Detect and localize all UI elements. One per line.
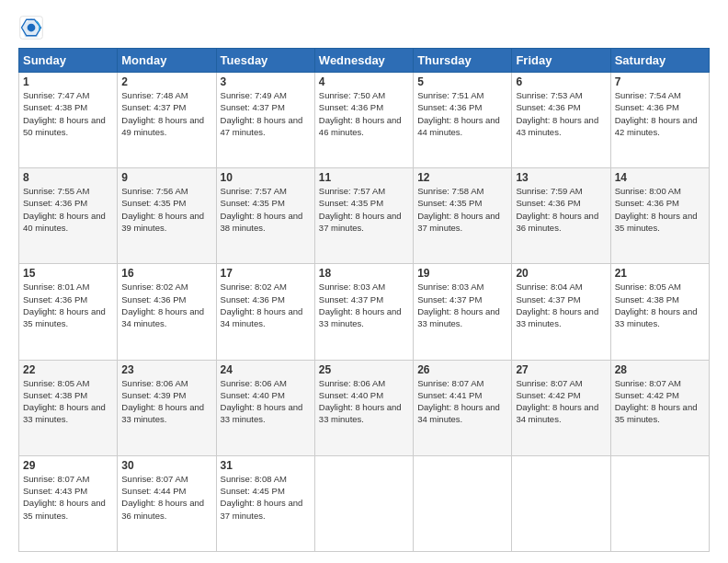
day-number: 28 [615,363,705,376]
day-info: Sunrise: 7:47 AMSunset: 4:38 PMDaylight:… [23,89,113,138]
calendar-cell: 1Sunrise: 7:47 AMSunset: 4:38 PMDaylight… [19,73,118,168]
day-number: 8 [23,171,113,184]
day-info: Sunrise: 8:06 AMSunset: 4:40 PMDaylight:… [319,377,409,426]
day-header-saturday: Saturday [610,49,709,73]
calendar-cell: 4Sunrise: 7:50 AMSunset: 4:36 PMDaylight… [314,73,413,168]
calendar-cell: 11Sunrise: 7:57 AMSunset: 4:35 PMDayligh… [314,168,413,264]
day-info: Sunrise: 8:01 AMSunset: 4:36 PMDaylight:… [23,281,113,329]
calendar-cell: 3Sunrise: 7:49 AMSunset: 4:37 PMDaylight… [216,73,314,168]
calendar-cell: 5Sunrise: 7:51 AMSunset: 4:36 PMDaylight… [414,73,512,168]
calendar-week-2: 8Sunrise: 7:55 AMSunset: 4:36 PMDaylight… [19,168,710,264]
day-header-sunday: Sunday [19,49,118,73]
calendar-cell: 12Sunrise: 7:58 AMSunset: 4:35 PMDayligh… [414,168,512,264]
calendar-cell [512,455,610,551]
calendar-cell: 22Sunrise: 8:05 AMSunset: 4:38 PMDayligh… [19,360,118,455]
calendar-cell [414,455,512,551]
day-number: 24 [221,363,311,376]
day-info: Sunrise: 7:48 AMSunset: 4:37 PMDaylight:… [121,89,211,138]
logo [18,15,48,40]
day-info: Sunrise: 7:50 AMSunset: 4:36 PMDaylight:… [319,89,409,138]
calendar-week-5: 29Sunrise: 8:07 AMSunset: 4:43 PMDayligh… [19,455,710,551]
calendar-cell: 21Sunrise: 8:05 AMSunset: 4:38 PMDayligh… [610,264,709,360]
day-header-wednesday: Wednesday [314,49,413,73]
calendar-cell: 31Sunrise: 8:08 AMSunset: 4:45 PMDayligh… [216,455,314,551]
day-number: 25 [319,363,409,376]
day-number: 5 [417,75,507,88]
day-info: Sunrise: 8:04 AMSunset: 4:37 PMDaylight:… [516,281,606,329]
calendar-cell [610,455,709,551]
day-info: Sunrise: 7:56 AMSunset: 4:35 PMDaylight:… [121,185,211,234]
day-number: 29 [23,459,113,472]
day-info: Sunrise: 7:57 AMSunset: 4:35 PMDaylight:… [221,185,311,234]
calendar-cell: 15Sunrise: 8:01 AMSunset: 4:36 PMDayligh… [19,264,118,360]
calendar-week-3: 15Sunrise: 8:01 AMSunset: 4:36 PMDayligh… [19,264,710,360]
svg-point-3 [28,24,36,32]
calendar-cell: 14Sunrise: 8:00 AMSunset: 4:36 PMDayligh… [610,168,709,264]
calendar-week-4: 22Sunrise: 8:05 AMSunset: 4:38 PMDayligh… [19,360,710,455]
calendar-cell: 29Sunrise: 8:07 AMSunset: 4:43 PMDayligh… [19,455,118,551]
day-info: Sunrise: 8:07 AMSunset: 4:43 PMDaylight:… [23,473,113,522]
calendar-cell: 19Sunrise: 8:03 AMSunset: 4:37 PMDayligh… [414,264,512,360]
day-number: 16 [121,267,211,280]
calendar-cell: 27Sunrise: 8:07 AMSunset: 4:42 PMDayligh… [512,360,610,455]
logo-icon [18,15,44,40]
calendar-cell: 24Sunrise: 8:06 AMSunset: 4:40 PMDayligh… [216,360,314,455]
calendar-cell: 8Sunrise: 7:55 AMSunset: 4:36 PMDaylight… [19,168,118,264]
calendar-cell: 20Sunrise: 8:04 AMSunset: 4:37 PMDayligh… [512,264,610,360]
calendar-cell: 7Sunrise: 7:54 AMSunset: 4:36 PMDaylight… [610,73,709,168]
calendar-cell [314,455,413,551]
calendar-cell: 16Sunrise: 8:02 AMSunset: 4:36 PMDayligh… [118,264,216,360]
calendar-cell: 30Sunrise: 8:07 AMSunset: 4:44 PMDayligh… [118,455,216,551]
calendar-cell: 6Sunrise: 7:53 AMSunset: 4:36 PMDaylight… [512,73,610,168]
day-info: Sunrise: 7:57 AMSunset: 4:35 PMDaylight:… [319,185,409,234]
day-number: 19 [417,267,507,280]
day-number: 11 [319,171,409,184]
day-info: Sunrise: 8:02 AMSunset: 4:36 PMDaylight:… [121,281,211,329]
day-info: Sunrise: 8:02 AMSunset: 4:36 PMDaylight:… [221,281,311,329]
day-number: 4 [319,75,409,88]
day-info: Sunrise: 8:03 AMSunset: 4:37 PMDaylight:… [319,281,409,329]
day-number: 27 [516,363,606,376]
header [18,15,710,40]
day-number: 14 [615,171,705,184]
day-info: Sunrise: 7:59 AMSunset: 4:36 PMDaylight:… [516,185,606,234]
day-info: Sunrise: 8:06 AMSunset: 4:39 PMDaylight:… [121,377,211,426]
day-number: 7 [615,75,705,88]
day-info: Sunrise: 8:05 AMSunset: 4:38 PMDaylight:… [23,377,113,426]
day-number: 22 [23,363,113,376]
day-info: Sunrise: 8:05 AMSunset: 4:38 PMDaylight:… [615,281,705,329]
day-number: 26 [417,363,507,376]
day-info: Sunrise: 7:51 AMSunset: 4:36 PMDaylight:… [417,89,507,138]
day-number: 20 [516,267,606,280]
day-header-monday: Monday [118,49,216,73]
day-info: Sunrise: 8:07 AMSunset: 4:42 PMDaylight:… [516,377,606,426]
calendar-cell: 9Sunrise: 7:56 AMSunset: 4:35 PMDaylight… [118,168,216,264]
day-number: 10 [221,171,311,184]
day-number: 30 [121,459,211,472]
day-number: 3 [221,75,311,88]
day-number: 31 [221,459,311,472]
day-info: Sunrise: 8:06 AMSunset: 4:40 PMDaylight:… [221,377,311,426]
day-info: Sunrise: 8:03 AMSunset: 4:37 PMDaylight:… [417,281,507,329]
calendar-cell: 23Sunrise: 8:06 AMSunset: 4:39 PMDayligh… [118,360,216,455]
calendar-cell: 13Sunrise: 7:59 AMSunset: 4:36 PMDayligh… [512,168,610,264]
day-info: Sunrise: 8:07 AMSunset: 4:42 PMDaylight:… [615,377,705,426]
day-number: 9 [121,171,211,184]
calendar-cell: 28Sunrise: 8:07 AMSunset: 4:42 PMDayligh… [610,360,709,455]
day-number: 1 [23,75,113,88]
page: SundayMondayTuesdayWednesdayThursdayFrid… [0,0,728,563]
day-number: 13 [516,171,606,184]
day-info: Sunrise: 7:49 AMSunset: 4:37 PMDaylight:… [221,89,311,138]
day-number: 21 [615,267,705,280]
day-number: 12 [417,171,507,184]
day-number: 2 [121,75,211,88]
day-number: 6 [516,75,606,88]
day-info: Sunrise: 7:53 AMSunset: 4:36 PMDaylight:… [516,89,606,138]
day-header-tuesday: Tuesday [216,49,314,73]
calendar-cell: 17Sunrise: 8:02 AMSunset: 4:36 PMDayligh… [216,264,314,360]
day-number: 17 [221,267,311,280]
day-info: Sunrise: 7:54 AMSunset: 4:36 PMDaylight:… [615,89,705,138]
calendar-cell: 18Sunrise: 8:03 AMSunset: 4:37 PMDayligh… [314,264,413,360]
calendar-cell: 2Sunrise: 7:48 AMSunset: 4:37 PMDaylight… [118,73,216,168]
calendar-week-1: 1Sunrise: 7:47 AMSunset: 4:38 PMDaylight… [19,73,710,168]
